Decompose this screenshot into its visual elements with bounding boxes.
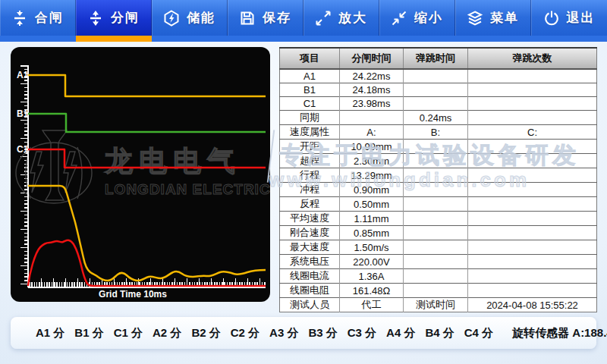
- phase-indicator-b3: B3 分: [308, 326, 337, 340]
- table-cell: 反程: [280, 197, 340, 212]
- table-row: B124.18ms: [280, 83, 597, 97]
- table-cell: 平均速度: [280, 212, 340, 226]
- phase-indicator-c2: C2 分: [231, 326, 259, 340]
- tab-charge[interactable]: 储能: [152, 0, 228, 42]
- table-cell: C1: [280, 97, 340, 111]
- watermark-cn-text: 龙电电气: [104, 146, 241, 177]
- table-cell: 系统电压: [280, 255, 340, 269]
- tab-close-switch[interactable]: 合闸: [0, 0, 76, 42]
- table-row: 速度属性A:B:C:: [280, 125, 597, 140]
- table-cell: 1.50m/s: [340, 240, 404, 255]
- tab-zoom-out[interactable]: 缩小: [379, 0, 455, 42]
- rotary-sensor-reading: 旋转传感器 A:188.4: [512, 326, 607, 340]
- table-cell: 2024-04-08 15:55:22: [468, 298, 597, 312]
- table-cell: [468, 212, 597, 226]
- tab-underline-active: [76, 36, 152, 42]
- grid-time-label: Grid Time 10ms: [11, 289, 255, 300]
- trace-label-a1: A1: [17, 70, 29, 80]
- table-row: 线圈电阻161.48Ω: [280, 284, 597, 298]
- table-row: 平均速度1.11mm: [280, 212, 597, 226]
- tab-label: 保存: [263, 9, 291, 27]
- tab-underline: [379, 36, 455, 42]
- table-cell: [404, 183, 468, 197]
- table-cell: 测试人员: [280, 298, 340, 312]
- menu-layers-icon: [467, 10, 483, 27]
- table-row: 刚合速度0.85mm: [280, 226, 597, 240]
- col-header-item: 项目: [280, 48, 340, 69]
- tab-label: 菜单: [490, 9, 519, 27]
- table-row: 反程0.50mm: [280, 197, 597, 212]
- table-cell: 冲程: [280, 183, 340, 197]
- phase-indicator-c3: C3 分: [348, 326, 376, 340]
- phase-indicator-c4: C4 分: [464, 326, 493, 340]
- tab-underline: [304, 36, 379, 42]
- table-cell: [404, 97, 468, 111]
- close-switch-icon: [11, 10, 28, 27]
- col-header-open-time: 分闸时间: [340, 48, 404, 69]
- tab-label: 储能: [187, 9, 215, 27]
- table-cell: [404, 83, 468, 97]
- table-row: 线圈电流1.36A: [280, 269, 597, 284]
- tab-underline: [152, 36, 228, 42]
- col-header-bounce-time: 弹跳时间: [404, 48, 468, 69]
- table-cell: [468, 183, 597, 197]
- power-exit-icon: [543, 10, 560, 27]
- phase-indicator-a1: A1 分: [36, 326, 64, 340]
- table-cell: [404, 212, 468, 226]
- save-icon: [239, 10, 256, 27]
- tab-label: 分闸: [111, 9, 140, 27]
- tab-underline: [0, 36, 76, 42]
- table-cell: [404, 69, 468, 83]
- table-row: 同期0.24ms: [280, 111, 597, 125]
- table-cell: 2.30mm: [340, 154, 404, 168]
- table-cell: 代工: [340, 298, 404, 312]
- phase-indicator-b2: B2 分: [191, 326, 220, 340]
- tab-save[interactable]: 保存: [228, 0, 304, 42]
- table-cell: B:: [404, 125, 468, 140]
- contact-trace-a1: [28, 75, 266, 96]
- phase-indicator-a3: A3 分: [269, 326, 298, 340]
- table-row: 超程2.30mm: [280, 154, 597, 168]
- table-cell: [404, 197, 468, 212]
- table-cell: [404, 255, 468, 269]
- table-cell: [468, 284, 597, 298]
- table-cell: A:: [340, 125, 404, 140]
- tab-menu[interactable]: 菜单: [455, 0, 531, 42]
- table-cell: [468, 269, 597, 284]
- table-cell: 0.90mm: [340, 183, 404, 197]
- table-cell: 行程: [280, 168, 340, 183]
- table-cell: 超程: [280, 154, 340, 168]
- table-cell: 同期: [280, 111, 340, 125]
- table-cell: B1: [280, 83, 340, 97]
- table-cell: [468, 154, 597, 168]
- zoom-out-icon: [391, 10, 407, 27]
- table-cell: [468, 83, 597, 97]
- phase-indicator-a2: A2 分: [153, 326, 181, 340]
- tab-zoom-in[interactable]: 放大: [304, 0, 379, 42]
- table-cell: [468, 197, 597, 212]
- phase-indicator-b1: B1 分: [74, 326, 103, 340]
- table-cell: 0.85mm: [340, 226, 404, 240]
- table-header-row: 项目 分闸时间 弹跳时间 弹跳次数: [280, 48, 597, 69]
- table-cell: 最大速度: [280, 240, 340, 255]
- table-cell: [404, 284, 468, 298]
- waveform-panel: 龙电电气 LONGDIAN ELECTRIC A1 B1 C1 Grid Tim…: [11, 47, 270, 302]
- tab-label: 退出: [567, 9, 596, 27]
- table-cell: 0.24ms: [404, 111, 468, 125]
- table-cell: 1.11mm: [340, 212, 404, 226]
- table-cell: 0.50mm: [340, 197, 404, 212]
- table-cell: [404, 140, 468, 154]
- table-cell: 线圈电阻: [280, 284, 340, 298]
- table-cell: A1: [280, 69, 340, 83]
- table-cell: [340, 111, 404, 125]
- table-row: 冲程0.90mm: [280, 183, 597, 197]
- tab-exit[interactable]: 退出: [531, 0, 607, 42]
- table-cell: [404, 168, 468, 183]
- table-cell: 线圈电流: [280, 269, 340, 284]
- tab-open-switch[interactable]: 分闸: [76, 0, 152, 42]
- tab-label: 合闸: [35, 9, 64, 27]
- table-cell: [468, 140, 597, 154]
- table-cell: [468, 255, 597, 269]
- energy-storage-icon: [163, 10, 180, 27]
- table-cell: 1.36A: [340, 269, 404, 284]
